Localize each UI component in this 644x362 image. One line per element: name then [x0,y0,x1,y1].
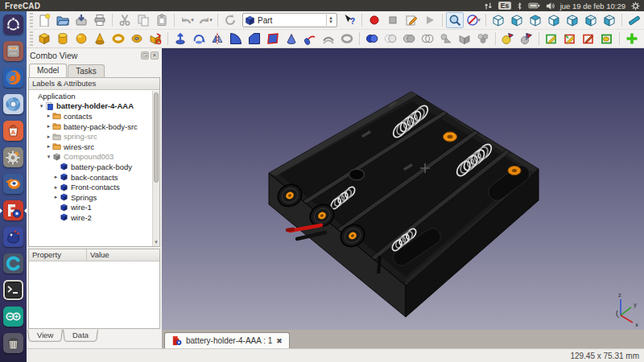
launcher-system-settings[interactable] [0,144,27,171]
tree-item-spring-src[interactable]: ▸spring-src [29,131,152,142]
fit-all-button[interactable] [446,12,464,28]
tree-scrollbar-thumb[interactable] [154,93,159,183]
expand-arrow-icon[interactable]: ▾ [38,103,45,109]
expand-arrow-icon[interactable]: ▸ [45,113,52,119]
launcher-files[interactable] [0,38,27,64]
view-bottom-button[interactable] [582,12,600,28]
tree-item-back-contacts[interactable]: ▸back-contacts [29,172,152,183]
view-top-button[interactable] [526,12,544,28]
part-torus-button[interactable] [109,31,127,47]
workbench-spinner-icon[interactable]: ▲▼ [326,14,335,26]
combo-view-titlebar[interactable]: Combo View ◲ ✕ [27,48,162,62]
launcher-ubuntu-dash[interactable] [0,11,27,38]
network-arrows-icon[interactable] [484,2,493,10]
expand-arrow-icon[interactable]: ▸ [52,184,60,191]
undo-dropdown-icon[interactable]: ▾ [191,17,194,23]
view-right-button[interactable] [545,12,563,28]
value-column-header[interactable]: Value [87,249,113,261]
toolbar-handle[interactable] [30,31,33,46]
macro-stop-button[interactable] [384,12,402,28]
view-front-button[interactable] [508,12,526,28]
float-window-icon[interactable]: ◲ [141,51,149,60]
view-axonometric-button[interactable] [489,12,507,28]
tree-scroll-down-icon[interactable]: ▼ [153,239,159,246]
part-thickness-button[interactable] [338,31,356,47]
part-revolve-button[interactable] [190,31,208,47]
part-cone-button[interactable] [91,31,109,47]
open-document-button[interactable] [54,12,72,28]
keyboard-layout-indicator[interactable]: Es [498,2,510,10]
expand-arrow-icon[interactable]: ▸ [45,123,52,130]
property-column-header[interactable]: Property [29,249,87,261]
tree-item-front-contacts[interactable]: ▸Front-contacts [29,182,152,192]
tree-item-compound003[interactable]: ▾Compound003 [29,152,152,162]
tree-item-battery-pack-body[interactable]: battery-pack-body [29,162,152,172]
battery-icon[interactable] [528,2,540,9]
print-button[interactable] [91,12,109,28]
split-compound-button[interactable]: polygon points="8,1.5 14,4.5 8,7.5 2,4.5… [456,31,473,47]
tree-item-application[interactable]: Application [29,91,152,101]
part-loft-button[interactable] [283,31,300,47]
cut-button[interactable] [116,12,134,28]
draw-style-button[interactable]: ▾ [464,12,482,28]
redo-button[interactable]: ▾ [196,12,214,28]
join-connect-button[interactable] [437,31,455,47]
tree-item-battery-holder-4-aaa[interactable]: ▾battery-holder-4-AAA [29,101,152,112]
copy-button[interactable] [134,12,152,28]
tree-item-wire-2[interactable]: wire-2 [29,212,152,223]
tree-item-wire-1[interactable]: wire-1 [29,203,152,213]
boolean-operation-button[interactable] [363,31,381,47]
part-offset-button[interactable] [320,31,337,47]
paste-button[interactable] [153,12,171,28]
check-geometry-button[interactable] [499,31,517,47]
launcher-terminal[interactable] [0,277,27,303]
defeaturing-button[interactable] [518,31,535,47]
tree-item-battery-pack-body-src[interactable]: ▸battery-pack-body-src [29,121,152,132]
part-ruled-surface-button[interactable] [264,31,282,47]
launcher-firefox[interactable] [0,64,27,91]
tree-scrollbar[interactable]: ▼ [152,91,159,246]
expand-arrow-icon[interactable]: ▸ [45,134,52,140]
part-sweep-button[interactable] [301,31,319,47]
launcher-software-center[interactable]: A [0,117,27,144]
launcher-arduino[interactable] [0,303,27,330]
edit-shape-2-button[interactable] [561,31,579,47]
draw-style-dropdown-icon[interactable]: ▾ [477,17,481,23]
part-tube-button[interactable] [128,31,146,47]
save-document-button[interactable] [72,12,90,28]
document-tab[interactable]: battery-holder-4-AAA : 1 ✖ [164,332,290,348]
part-box-button[interactable] [35,31,53,47]
boolean-intersection-button[interactable] [419,31,436,47]
compound-tools-button[interactable] [474,31,492,47]
new-document-button[interactable] [35,12,53,28]
tab-tasks[interactable]: Tasks [68,64,105,77]
edit-shape-4-button[interactable] [598,31,616,47]
edit-shape-1-button[interactable] [543,31,560,47]
tab-data[interactable]: Data [63,330,98,342]
boolean-cut-button[interactable] [382,31,399,47]
launcher-cura[interactable] [0,250,27,277]
tab-view[interactable]: View [27,330,63,342]
macro-play-button[interactable] [421,12,439,28]
part-extrude-button[interactable] [171,31,189,47]
part-fillet-button[interactable] [227,31,245,47]
launcher-freecad[interactable] [0,197,27,224]
part-primitives-button[interactable]: polygon points="8,1.5 14,4.5 8,7.5 2,4.5… [147,31,164,47]
refresh-button[interactable] [221,12,239,28]
redo-dropdown-icon[interactable]: ▾ [209,17,213,23]
expand-arrow-icon[interactable]: ▸ [52,194,60,200]
volume-icon[interactable] [546,2,555,10]
add-item-button[interactable] [623,31,641,47]
expand-arrow-icon[interactable]: ▸ [52,174,60,180]
launcher-blender[interactable] [0,171,27,197]
tab-model[interactable]: Model [29,64,67,77]
close-panel-icon[interactable]: ✕ [151,51,159,60]
whats-this-button[interactable]: ? [341,12,358,28]
clock[interactable]: jue 19 de feb 10:29 [560,2,625,10]
part-mirror-button[interactable] [208,31,226,47]
bluetooth-icon[interactable] [517,2,522,10]
part-cylinder-button[interactable] [54,31,72,47]
view-rear-button[interactable] [564,12,581,28]
boolean-union-button[interactable] [400,31,418,47]
expand-arrow-icon[interactable]: ▸ [45,143,52,150]
